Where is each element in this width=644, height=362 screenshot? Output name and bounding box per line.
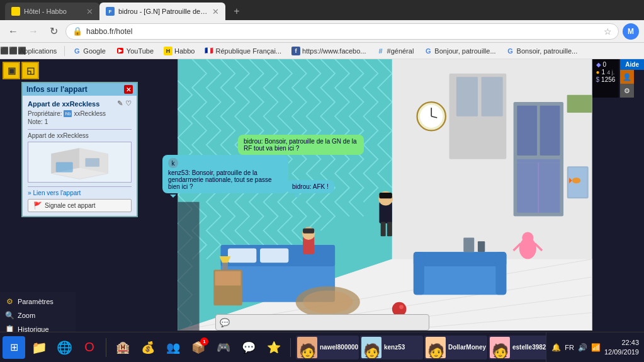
fr-flag-icon: 🇫🇷 <box>205 47 213 55</box>
info-room-preview <box>28 142 132 183</box>
tab-habbo[interactable]: Hôtel - Habbo ✕ <box>5 3 99 20</box>
info-owner-name: xxReckless <box>74 110 106 117</box>
language-tray[interactable]: FR <box>565 344 574 351</box>
new-tab-button[interactable]: + <box>228 3 246 20</box>
info-panel-title-text: Infos sur l'appart <box>26 85 88 94</box>
chat-text-input[interactable] <box>232 319 425 326</box>
sys-tray: 🔔 FR 🔊 📶 22:43 12/09/2019 <box>546 332 644 362</box>
habbo-taskbar-icon-4[interactable]: 📦 1 <box>187 336 210 359</box>
info-panel-close-button[interactable]: ✕ <box>124 85 133 94</box>
info-heart-icon[interactable]: ♡ <box>125 99 132 108</box>
aide-button[interactable]: Aide <box>620 59 644 70</box>
player-slot-dollarmoney[interactable]: 🧑 DollarMoney <box>424 336 487 359</box>
signal-tray-icon[interactable]: 📶 <box>591 343 601 352</box>
tab-habbo-title: Hôtel - Habbo <box>24 8 82 15</box>
tab-bidrou-title: bidrou - [G.N] Patrouille de bidr... <box>118 8 208 15</box>
habbo-taskbar-icon-7[interactable]: ⭐ <box>263 336 285 359</box>
habbo-taskbar-icon-1[interactable]: 🏨 <box>111 336 134 359</box>
view-btn-2[interactable]: ◱ <box>21 62 39 79</box>
taskbar-badge-count: 1 <box>200 337 208 346</box>
bookmark-habbo[interactable]: H Habbo <box>160 45 198 57</box>
gold-value: 1 <box>602 69 606 76</box>
general-icon: # <box>376 47 385 55</box>
habbo-taskbar-icon-3[interactable]: 👥 <box>162 336 184 359</box>
bonjour1-google-icon: G <box>424 47 432 55</box>
sidebar-item-parametres[interactable]: ⚙ Paramètres <box>0 295 76 308</box>
habbo-taskbar-icon-5[interactable]: 🎮 <box>212 336 235 359</box>
player-slot-estelle[interactable]: 🧑 estelle3982 <box>489 336 546 359</box>
address-url: habbo.fr/hotel <box>86 27 600 36</box>
forward-button[interactable]: → <box>25 23 42 40</box>
habbo-taskbar-icon-2[interactable]: 💰 <box>137 336 159 359</box>
address-bar[interactable]: 🔒 habbo.fr/hotel ☆ <box>65 23 619 40</box>
habbo-icon-2: 💰 <box>141 341 155 354</box>
bookmark-star-button[interactable]: ☆ <box>604 26 612 37</box>
settings-hud-button[interactable]: ⚙ <box>620 84 634 98</box>
hud-stats-panel: ◆ 0 ● 1 4 j. $ 1256 <box>592 59 619 98</box>
chat-emoji-button[interactable]: 💬 <box>220 318 230 327</box>
bookmark-fr-label: République Françai... <box>215 47 281 55</box>
hud-buttons: Aide 👤 ⚙ <box>620 59 644 98</box>
hud-credits-row: $ 1256 <box>596 76 616 83</box>
chat-kenz53-avatar: k <box>168 158 178 168</box>
room-preview-svg <box>28 142 131 182</box>
bookmark-bonjour2[interactable]: G Bonsoir, patrouille... <box>502 45 582 57</box>
svg-rect-30 <box>215 271 241 286</box>
user-hud-button[interactable]: 👤 <box>620 70 634 84</box>
bookmark-fr[interactable]: 🇫🇷 République Françai... <box>201 45 285 57</box>
link-chevron-icon: » <box>28 189 31 196</box>
gold-icon: ● <box>596 69 600 76</box>
info-owner-label: Propriétaire: <box>28 110 62 117</box>
info-owner-badge: hb <box>64 110 72 117</box>
info-room-link[interactable]: » Lien vers l'appart <box>28 189 132 196</box>
chat-input-bar: 💬 <box>0 313 644 332</box>
diamond-icon: ◆ <box>596 61 601 68</box>
chrome-taskbar-button[interactable]: 🌐 <box>53 336 76 359</box>
profile-button[interactable]: M <box>623 23 639 40</box>
bookmark-youtube[interactable]: ▶ YouTube <box>112 45 157 57</box>
svg-marker-63 <box>178 202 200 331</box>
info-report-button[interactable]: 🚩 Signale cet appart <box>28 199 132 212</box>
bookmark-bonjour1[interactable]: G Bonjour, patrouille... <box>420 45 499 57</box>
player-slot-nawel[interactable]: 🧑 nawel800000 <box>296 336 359 359</box>
room-svg <box>126 59 644 331</box>
info-divider-2 <box>28 186 132 187</box>
google-favicon-icon: G <box>72 47 81 55</box>
info-divider-1 <box>28 129 132 130</box>
svg-rect-64 <box>567 95 592 113</box>
habbo-taskbar-icon-6[interactable]: 💬 <box>237 336 260 359</box>
file-explorer-button[interactable]: 📁 <box>28 336 50 359</box>
speaker-tray-icon[interactable]: 🔊 <box>578 343 587 352</box>
info-edit-icon[interactable]: ✎ <box>117 99 123 108</box>
view-btn-1[interactable]: ▣ <box>3 62 20 79</box>
svg-rect-28 <box>260 249 288 263</box>
player-kenz53-name: kenz53 <box>384 344 405 351</box>
opera-taskbar-button[interactable]: O <box>78 336 101 359</box>
bookmark-google[interactable]: G Google <box>69 45 109 57</box>
svg-rect-34 <box>414 252 506 266</box>
tab-bidrou[interactable]: F bidrou - [G.N] Patrouille de bidr... ✕ <box>99 3 225 20</box>
player-slot-kenz53[interactable]: 🧑 kenz53 <box>360 336 423 359</box>
tray-date-value: 12/09/2019 <box>604 348 639 356</box>
taskbar-left-icons: ⊞ 📁 🌐 O 🏨 💰 👥 <box>0 336 288 359</box>
svg-point-38 <box>522 232 533 243</box>
windows-start-button[interactable]: ⊞ <box>3 336 25 359</box>
svg-rect-10 <box>456 77 478 116</box>
notification-tray-icon[interactable]: 🔔 <box>551 343 561 352</box>
flag-icon: 🚩 <box>33 201 42 210</box>
bookmark-general-label: #général <box>387 47 414 55</box>
svg-rect-27 <box>228 249 256 263</box>
bookmark-general[interactable]: # #général <box>373 45 418 57</box>
tab-bidrou-close[interactable]: ✕ <box>212 7 219 16</box>
refresh-button[interactable]: ↻ <box>45 23 62 40</box>
bookmark-facebook-label: https://www.facebo... <box>302 47 366 55</box>
back-button[interactable]: ← <box>5 23 21 40</box>
player-kenz53-info: kenz53 <box>384 344 405 351</box>
sidebar-parametres-label: Paramètres <box>18 298 54 305</box>
bookmark-facebook[interactable]: f https://www.facebo... <box>288 45 370 57</box>
bookmark-youtube-label: YouTube <box>127 47 154 55</box>
player-nawel-avatar: 🧑 <box>297 337 317 358</box>
tab-habbo-close[interactable]: ✕ <box>86 7 93 16</box>
sidebar-item-zoom[interactable]: 🔍 Zoom <box>0 308 76 322</box>
bookmark-applications[interactable]: ⬛⬛⬛ Applications <box>5 45 60 57</box>
